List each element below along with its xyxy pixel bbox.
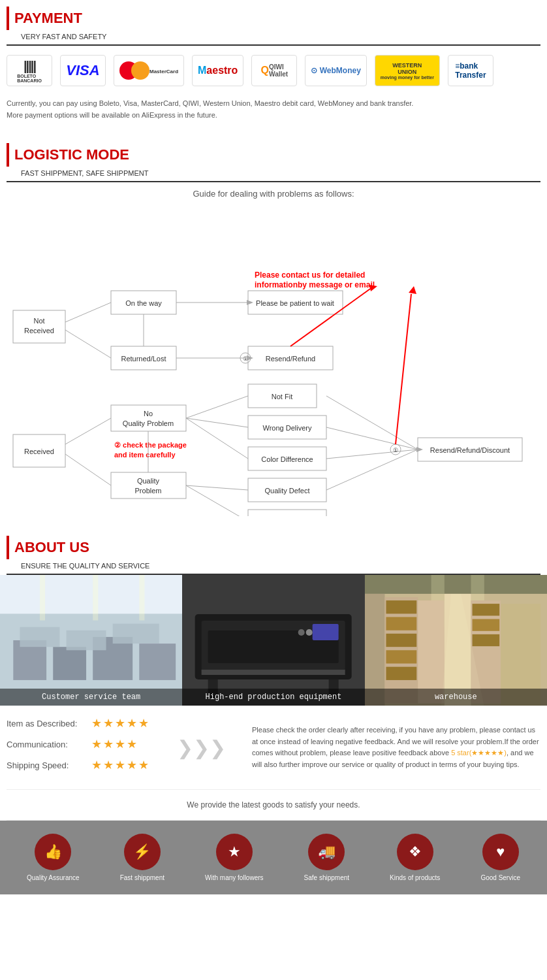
boleto-logo: ||||| BOLETOBANCARIO (7, 55, 52, 86)
payment-subtitle: VERY FAST AND SAFETY (7, 33, 540, 46)
rating-row-described: Item as Described: ★★★★★ (7, 716, 151, 730)
logistic-subtitle: FAST SHIPPMENT, SAFE SHIPPMENT (7, 169, 540, 182)
about-images: Customer service team (0, 575, 547, 706)
svg-rect-26 (111, 472, 186, 498)
svg-line-47 (186, 485, 248, 490)
maestro-logo: Maestro (192, 55, 243, 86)
flow-container: Guide for dealing with problems as follo… (0, 182, 547, 529)
fast-icon-label: Fast shippment (120, 874, 164, 881)
svg-text:No: No (144, 410, 153, 417)
bottom-icons: 👍 Quality Assurance ⚡ Fast shippment ★ W… (0, 821, 547, 894)
safe-icon-circle: 🚚 (308, 834, 345, 870)
rating-stars-communication: ★★★★ (91, 737, 138, 751)
svg-text:Quality Problem: Quality Problem (123, 419, 174, 427)
svg-text:Received: Received (24, 448, 54, 455)
svg-line-35 (65, 302, 111, 322)
rating-stars-shipping: ★★★★★ (91, 758, 150, 772)
svg-text:② check the package: ② check the package (114, 441, 187, 449)
rating-row-shipping: Shipping Speed: ★★★★★ (7, 758, 151, 772)
kinds-icon-circle: ❖ (397, 834, 433, 870)
svg-text:Resend/Refund/Discount: Resend/Refund/Discount (430, 446, 510, 454)
svg-rect-73 (93, 575, 98, 621)
arrow-symbol: ❯❯❯ (177, 736, 226, 759)
logistic-header: LOGISTIC MODE (0, 137, 547, 169)
svg-rect-101 (472, 634, 499, 646)
flow-chart-svg: Not Received On the way Returned/Lost Pl… (7, 209, 542, 516)
svg-rect-95 (386, 650, 416, 663)
svg-rect-79 (313, 624, 339, 640)
about-title: ABOUT US (14, 539, 89, 556)
logistic-section: LOGISTIC MODE FAST SHIPPMENT, SAFE SHIPP… (0, 137, 547, 529)
about-section: ABOUT US ENSURE THE QUALITY AND SERVICE (0, 529, 547, 894)
icon-fast: ⚡ Fast shippment (120, 834, 164, 881)
svg-rect-74 (139, 575, 144, 621)
svg-text:and item carefully: and item carefully (114, 451, 176, 459)
quality-icon-label: Quality Assurance (27, 874, 80, 881)
svg-text:Not Fit: Not Fit (272, 393, 292, 400)
svg-rect-92 (386, 600, 416, 613)
svg-line-44 (186, 396, 248, 418)
svg-text:informationby message or email: informationby message or email (255, 280, 375, 289)
followers-icon-circle: ★ (216, 834, 253, 870)
logistic-bar (7, 143, 9, 167)
svg-text:Wrong Delivery: Wrong Delivery (263, 424, 312, 432)
svg-line-43 (65, 454, 111, 485)
svg-text:Problem: Problem (135, 487, 162, 495)
star-count: 5 star(★★★★★) (451, 749, 507, 757)
payment-header: PAYMENT (0, 0, 547, 33)
svg-text:Quality: Quality (137, 477, 160, 485)
printer-image: High-end production equipment (182, 575, 364, 706)
rating-label-described: Item as Described: (7, 719, 91, 728)
fast-icon-circle: ⚡ (124, 834, 161, 870)
qiwi-logo: QQIWIWallet (251, 55, 297, 86)
svg-rect-72 (40, 575, 45, 621)
svg-text:Not: Not (33, 317, 44, 325)
svg-rect-64 (0, 575, 182, 613)
payment-bar (7, 7, 9, 30)
svg-rect-86 (365, 575, 547, 594)
svg-marker-60 (409, 286, 416, 294)
rating-stars-described: ★★★★★ (91, 716, 150, 730)
svg-text:On the way: On the way (125, 299, 162, 307)
icon-service: ♥ Good Service (480, 834, 520, 881)
svg-line-59 (396, 294, 411, 444)
svg-line-48 (186, 485, 248, 516)
followers-icon-label: With many followers (205, 874, 263, 881)
logistic-title: LOGISTIC MODE (14, 146, 129, 163)
kinds-icon-label: Kinds of products (390, 874, 440, 881)
icon-quality: 👍 Quality Assurance (27, 834, 80, 881)
svg-line-46 (186, 418, 248, 459)
about-bar (7, 536, 9, 559)
svg-text:Returned/Lost: Returned/Lost (121, 355, 166, 363)
svg-text:Received: Received (24, 327, 54, 335)
svg-rect-94 (386, 634, 416, 647)
payment-logos: ||||| BOLETOBANCARIO VISA MasterCard Mae… (0, 46, 547, 95)
svg-line-49 (326, 396, 418, 449)
svg-line-42 (65, 418, 111, 444)
svg-rect-68 (139, 644, 176, 680)
rating-label-communication: Communication: (7, 740, 91, 749)
printer-caption: High-end production equipment (182, 689, 364, 706)
svg-line-51 (326, 449, 418, 459)
svg-text:Please be patient to wait: Please be patient to wait (256, 299, 334, 307)
icon-kinds: ❖ Kinds of products (390, 834, 440, 881)
svg-rect-70 (67, 630, 106, 650)
svg-rect-31 (248, 510, 326, 516)
webmoney-logo: ⊙ WebMoney (305, 55, 366, 86)
svg-line-52 (326, 449, 418, 490)
payment-title: PAYMENT (14, 10, 82, 27)
safe-icon-label: Safe shippment (304, 874, 350, 881)
about-header: ABOUT US (0, 529, 547, 562)
ratings-left: Item as Described: ★★★★★ Communication: … (7, 716, 151, 779)
svg-rect-100 (472, 619, 499, 631)
icon-followers: ★ With many followers (205, 834, 263, 881)
svg-rect-17 (111, 405, 186, 431)
ratings-section: Item as Described: ★★★★★ Communication: … (0, 706, 547, 789)
svg-text:Quality Defect: Quality Defect (264, 487, 309, 495)
svg-text:Please contact us for detailed: Please contact us for detailed (255, 270, 365, 280)
svg-line-50 (326, 427, 418, 449)
office-image: Customer service team (0, 575, 182, 706)
warehouse-image: warehouse (365, 575, 547, 706)
service-icon-circle: ♥ (482, 834, 519, 870)
payment-note: Currently, you can pay using Boleto, Vis… (0, 95, 547, 130)
